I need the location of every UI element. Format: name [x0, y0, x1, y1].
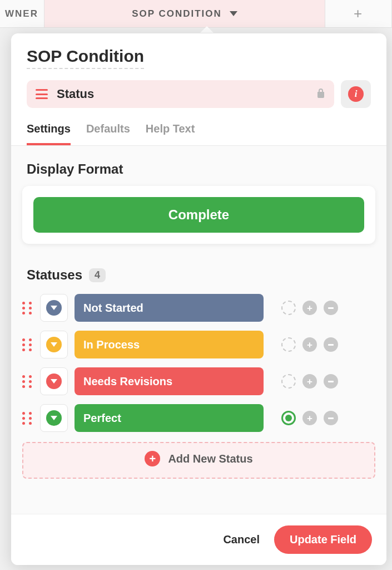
status-label-pill[interactable]: In Process	[75, 331, 264, 358]
caret-down-icon	[51, 306, 57, 310]
settings-scroll[interactable]: Display Format Complete Statuses 4 Not S…	[11, 146, 386, 514]
column-sop-label: SOP CONDITION	[132, 8, 222, 19]
field-editor-popover: SOP Condition Status i Settings Defaults…	[11, 33, 386, 565]
remove-status-button[interactable]	[324, 411, 338, 425]
default-status-radio[interactable]	[281, 337, 296, 352]
plus-icon: +	[145, 451, 160, 466]
column-owner[interactable]: WNER	[0, 0, 44, 27]
tabs: Settings Defaults Help Text	[11, 108, 386, 146]
update-field-button[interactable]: Update Field	[274, 525, 372, 554]
tab-help-text[interactable]: Help Text	[146, 122, 195, 145]
add-above-button[interactable]: +	[302, 374, 317, 389]
status-color-button[interactable]	[40, 404, 68, 432]
cancel-button[interactable]: Cancel	[223, 533, 260, 546]
lock-icon	[316, 88, 325, 101]
display-format-heading: Display Format	[11, 146, 386, 186]
remove-status-button[interactable]	[324, 301, 338, 315]
tab-defaults[interactable]: Defaults	[86, 122, 130, 145]
status-icon	[36, 89, 48, 99]
add-above-button[interactable]: +	[302, 301, 317, 315]
caret-down-icon	[51, 379, 57, 384]
status-color-button[interactable]	[40, 294, 68, 322]
status-row: Needs Revisions+	[22, 367, 375, 395]
status-label: In Process	[83, 338, 140, 351]
status-label: Needs Revisions	[83, 375, 172, 388]
caret-down-icon	[51, 416, 57, 420]
status-row: Perfect+	[22, 404, 375, 432]
drag-handle-icon[interactable]	[22, 412, 33, 425]
drag-handle-icon[interactable]	[22, 375, 33, 388]
info-icon: i	[348, 86, 364, 102]
status-color-button[interactable]	[40, 331, 68, 358]
caret-down-icon	[51, 342, 57, 347]
default-status-radio[interactable]	[281, 374, 296, 389]
status-row: Not Started+	[22, 294, 375, 322]
drag-handle-icon[interactable]	[22, 302, 33, 315]
column-headers: WNER SOP CONDITION +	[0, 0, 392, 28]
column-sop-condition[interactable]: SOP CONDITION	[44, 0, 325, 27]
remove-status-button[interactable]	[324, 374, 338, 389]
status-row: In Process+	[22, 331, 375, 358]
status-label-pill[interactable]: Perfect	[75, 404, 264, 432]
chevron-down-icon	[230, 11, 237, 16]
status-list: Not Started+In Process+Needs Revisions+P…	[11, 288, 386, 432]
add-status-label: Add New Status	[168, 453, 252, 465]
status-color-button[interactable]	[40, 367, 68, 395]
footer: Cancel Update Field	[11, 514, 386, 565]
default-status-radio[interactable]	[281, 301, 296, 315]
status-label-pill[interactable]: Needs Revisions	[75, 367, 264, 395]
tab-settings[interactable]: Settings	[27, 122, 71, 145]
drag-handle-icon[interactable]	[22, 338, 33, 351]
display-format-preview[interactable]: Complete	[33, 197, 364, 233]
status-label-pill[interactable]: Not Started	[75, 294, 264, 322]
field-title[interactable]: SOP Condition	[27, 47, 144, 69]
add-column-button[interactable]: +	[325, 0, 392, 27]
status-label: Not Started	[83, 302, 143, 315]
add-above-button[interactable]: +	[302, 411, 317, 425]
add-status-button[interactable]: + Add New Status	[22, 442, 375, 479]
field-type-selector[interactable]: Status	[27, 80, 334, 108]
statuses-heading: Statuses	[27, 267, 82, 283]
field-type-label: Status	[57, 87, 307, 101]
info-button[interactable]: i	[341, 80, 371, 108]
add-above-button[interactable]: +	[302, 337, 317, 352]
remove-status-button[interactable]	[324, 337, 338, 352]
status-label: Perfect	[83, 412, 121, 425]
statuses-count: 4	[89, 268, 106, 282]
display-format-card: Complete	[22, 186, 375, 244]
default-status-radio[interactable]	[281, 411, 296, 425]
